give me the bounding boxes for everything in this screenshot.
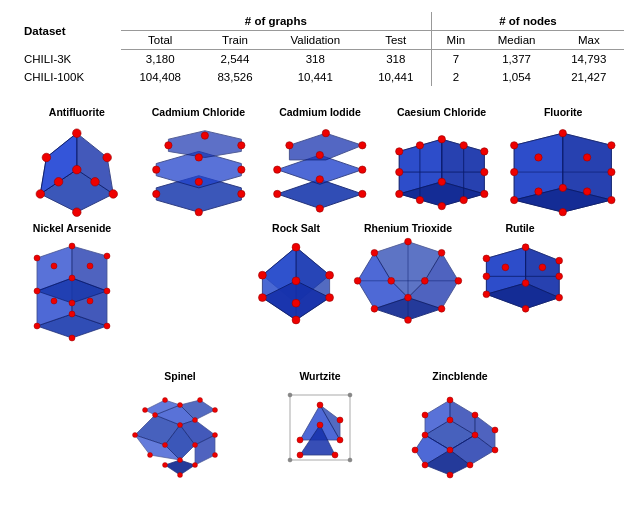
- svg-point-106: [292, 300, 300, 308]
- spinel-image: [125, 385, 235, 485]
- antifluorite-label: Antifluorite: [49, 106, 105, 119]
- svg-point-137: [556, 258, 563, 265]
- caesium-chloride-label: Caesium Chloride: [397, 106, 486, 119]
- svg-point-98: [51, 263, 57, 269]
- svg-point-90: [104, 288, 110, 294]
- svg-point-74: [560, 184, 567, 191]
- svg-point-183: [337, 417, 343, 423]
- svg-point-86: [69, 311, 75, 317]
- svg-point-172: [213, 408, 218, 413]
- svg-point-70: [560, 208, 567, 215]
- cadmium-iodide-label: Cadmium Iodide: [279, 106, 361, 119]
- svg-marker-28: [290, 133, 363, 160]
- svg-point-38: [322, 129, 329, 136]
- svg-point-164: [148, 453, 153, 458]
- svg-point-67: [560, 129, 567, 136]
- svg-point-57: [416, 196, 423, 203]
- svg-point-66: [511, 141, 518, 148]
- zincblende-label: Zincblende: [432, 370, 487, 383]
- svg-point-33: [274, 166, 281, 173]
- svg-point-179: [337, 437, 343, 443]
- svg-point-50: [395, 190, 402, 197]
- row2-train: 83,526: [200, 68, 270, 86]
- svg-point-85: [34, 323, 40, 329]
- min-header: Min: [432, 31, 480, 50]
- svg-point-199: [447, 447, 453, 453]
- svg-point-167: [178, 473, 183, 478]
- svg-point-187: [348, 458, 352, 462]
- svg-point-123: [405, 295, 412, 302]
- svg-point-47: [395, 147, 402, 154]
- svg-point-186: [288, 458, 292, 462]
- svg-point-159: [178, 403, 183, 408]
- svg-point-184: [288, 393, 292, 397]
- svg-point-201: [422, 412, 428, 418]
- row1-validation: 318: [270, 50, 360, 69]
- svg-point-111: [292, 277, 300, 285]
- svg-point-109: [258, 294, 266, 302]
- svg-point-180: [317, 422, 323, 428]
- svg-point-89: [34, 288, 40, 294]
- svg-point-75: [535, 153, 542, 160]
- svg-point-58: [460, 196, 467, 203]
- svg-point-30: [359, 190, 366, 197]
- svg-point-203: [492, 427, 498, 433]
- crystal-caesium-chloride: Caesium Chloride: [381, 106, 503, 218]
- svg-point-177: [317, 402, 323, 408]
- row2-median: 1,054: [480, 68, 554, 86]
- svg-point-91: [69, 275, 75, 281]
- crystal-rutile: Rutile: [464, 222, 576, 326]
- svg-point-34: [359, 166, 366, 173]
- spinel-label: Spinel: [164, 370, 196, 383]
- svg-point-69: [511, 196, 518, 203]
- svg-point-196: [422, 432, 428, 438]
- row2-min: 2: [432, 68, 480, 86]
- nodes-header: # of nodes: [432, 12, 624, 31]
- svg-point-68: [608, 141, 615, 148]
- svg-point-25: [201, 132, 208, 139]
- svg-point-185: [348, 393, 352, 397]
- svg-point-162: [193, 443, 198, 448]
- svg-point-76: [584, 153, 591, 160]
- row1-median: 1,377: [480, 50, 554, 69]
- svg-point-156: [153, 413, 158, 418]
- svg-point-95: [104, 253, 110, 259]
- svg-point-11: [54, 177, 63, 186]
- svg-point-125: [371, 306, 378, 313]
- svg-point-105: [326, 272, 334, 280]
- svg-point-4: [36, 189, 45, 198]
- svg-point-158: [163, 443, 168, 448]
- rock-salt-image: [240, 236, 352, 326]
- svg-point-54: [480, 168, 487, 175]
- row1-train: 2,544: [200, 50, 270, 69]
- svg-point-10: [103, 153, 112, 162]
- svg-point-7: [73, 165, 82, 174]
- svg-point-118: [405, 239, 412, 246]
- svg-point-206: [412, 447, 418, 453]
- row2-name: CHILI-100K: [16, 68, 121, 86]
- svg-point-166: [193, 463, 198, 468]
- validation-header: Validation: [270, 31, 360, 50]
- svg-point-37: [359, 141, 366, 148]
- svg-point-136: [522, 244, 529, 251]
- cadmium-chloride-label: Cadmium Chloride: [152, 106, 245, 119]
- svg-point-56: [460, 141, 467, 148]
- fluorite-label: Fluorite: [544, 106, 583, 119]
- svg-point-142: [483, 273, 490, 280]
- svg-point-163: [178, 458, 183, 463]
- row1-name: CHILI-3K: [16, 50, 121, 69]
- svg-point-197: [447, 417, 453, 423]
- row1-test: 318: [360, 50, 431, 69]
- median-header: Median: [480, 31, 554, 50]
- svg-point-108: [292, 317, 300, 325]
- crystal-row-2: Nickel Arsenide: [16, 222, 624, 367]
- svg-point-31: [316, 204, 323, 211]
- crystal-zincblende: Zincblende: [400, 370, 520, 485]
- svg-point-16: [152, 190, 159, 197]
- rutile-label: Rutile: [505, 222, 534, 235]
- svg-point-161: [213, 433, 218, 438]
- svg-point-71: [608, 196, 615, 203]
- svg-point-96: [51, 298, 57, 304]
- svg-point-92: [69, 300, 75, 306]
- crystal-nickel-arsenide: Nickel Arsenide: [16, 222, 128, 367]
